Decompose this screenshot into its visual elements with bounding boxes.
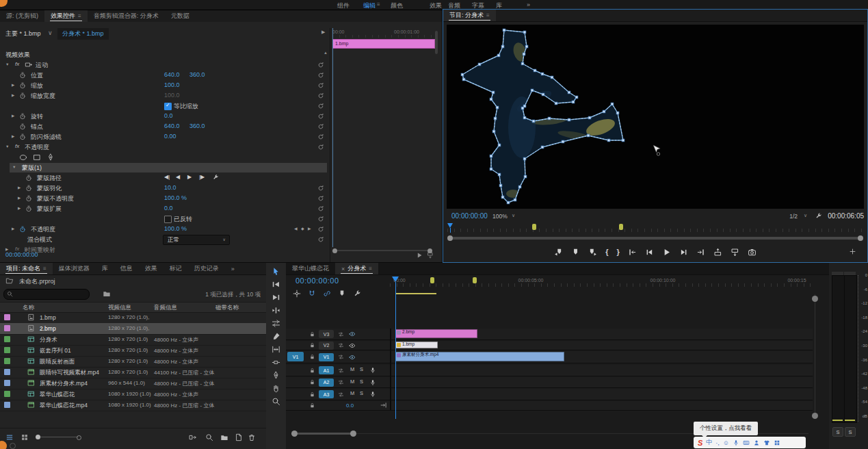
ec-clip-bar[interactable]: 1.bmp — [332, 39, 435, 49]
reset-icon[interactable] — [317, 236, 324, 243]
rolling-edit-tool[interactable] — [272, 306, 280, 315]
mask-vertex-handle[interactable] — [492, 91, 495, 94]
label-color-swatch[interactable] — [4, 336, 10, 342]
label-color-swatch[interactable] — [4, 347, 10, 353]
mute-button[interactable]: M — [350, 379, 354, 385]
property-value[interactable]: 360.0 — [189, 123, 205, 129]
reset-icon[interactable] — [317, 144, 324, 151]
item-name[interactable]: 眼睛特写视频素材.mp4 — [40, 369, 99, 377]
sequence-clip-label[interactable]: 分身术 * 1.bmp — [57, 28, 109, 40]
sync-lock-icon[interactable] — [338, 354, 344, 360]
mask-vertex-handle[interactable] — [562, 140, 564, 143]
timeline-view-toggle-icon[interactable]: ▶ — [321, 29, 325, 35]
list-view-button[interactable] — [5, 433, 14, 441]
new-bin-button[interactable] — [220, 433, 228, 441]
slide-tool[interactable] — [272, 358, 280, 367]
mask-vertex-handle[interactable] — [462, 78, 465, 81]
workspace-tab-4[interactable]: 效果 — [430, 1, 442, 10]
column-header[interactable]: 磁带名称 — [215, 304, 239, 312]
ec-current-timecode[interactable]: 00:00:00:00 — [5, 251, 38, 258]
track-badge-A2[interactable]: A2 — [319, 379, 334, 387]
twirl-closed-icon[interactable]: ▶ — [12, 227, 14, 231]
track-lane[interactable]: V21.bmp — [286, 341, 813, 350]
ec-tab-1[interactable]: 源: (无剪辑) — [0, 10, 44, 22]
item-name[interactable]: 分身术 — [40, 336, 57, 344]
column-header[interactable]: 视频信息 — [108, 304, 131, 312]
selection-tool[interactable] — [272, 267, 280, 276]
track-badge-V3[interactable]: V3 — [319, 330, 334, 338]
project-file-name[interactable]: 未命名.prproj — [19, 277, 55, 286]
go-to-next-marker-button[interactable] — [588, 248, 597, 257]
mask-vertex-handle[interactable] — [603, 110, 605, 113]
property-value[interactable]: 0.00 — [164, 133, 176, 140]
project-tab-5[interactable]: 效果 — [139, 263, 163, 274]
mask-vertex-handle[interactable] — [551, 76, 553, 79]
label-color-swatch[interactable] — [4, 391, 10, 397]
checkbox[interactable]: ✓ — [164, 103, 172, 110]
scroll-up-icon[interactable]: ▲ — [324, 51, 328, 55]
ec-tab-2[interactable]: 效果控件≡ — [44, 10, 88, 22]
stopwatch-icon[interactable] — [25, 205, 32, 212]
lock-icon[interactable] — [309, 379, 315, 385]
solo-button[interactable]: S — [360, 379, 363, 385]
reset-icon[interactable] — [317, 103, 324, 110]
twirl-open-icon[interactable]: ▼ — [12, 165, 16, 169]
project-tab-6[interactable]: 标记 — [163, 263, 188, 274]
project-item-row[interactable]: 嵌套序列 011280 x 720 (1.0)48000 Hz - 立体声 — [0, 345, 266, 357]
mask-vertex-handle[interactable] — [541, 73, 544, 75]
timeline-v-scrollbar[interactable] — [812, 290, 818, 419]
mask-vertex-handle[interactable] — [525, 45, 528, 48]
voice-over-record-icon[interactable] — [369, 367, 376, 374]
clear-button[interactable] — [248, 433, 256, 441]
ec-playhead[interactable] — [332, 28, 333, 247]
go-to-in-button[interactable] — [628, 248, 637, 257]
sequence-marker[interactable] — [619, 224, 623, 230]
play-icon[interactable] — [416, 252, 423, 259]
master-clip-label[interactable]: 主要 * 1.bmp — [5, 29, 41, 38]
reset-icon[interactable] — [317, 133, 324, 140]
hand-tool[interactable] — [272, 384, 280, 393]
go-to-previous-marker-button[interactable] — [554, 248, 563, 257]
mask-vertex-handle[interactable] — [494, 117, 497, 120]
project-tab-8[interactable]: » — [225, 263, 241, 274]
lift-button[interactable] — [713, 248, 722, 257]
item-name[interactable]: 眼睛反射画面 — [40, 358, 75, 366]
person-icon[interactable] — [753, 439, 760, 446]
item-name[interactable]: 2.bmp — [40, 325, 56, 332]
panel-menu-icon[interactable]: ≡ — [78, 13, 81, 19]
mask-vertex-handle[interactable] — [498, 173, 501, 176]
step-back-button[interactable] — [645, 248, 654, 257]
timeline-playhead[interactable] — [392, 277, 399, 420]
mask-vertex-handle[interactable] — [555, 102, 557, 105]
pen-mask-tool-icon[interactable] — [47, 153, 55, 162]
twirl-closed-icon[interactable]: ▶ — [12, 83, 14, 87]
play-button[interactable] — [662, 248, 671, 257]
label-color-swatch[interactable] — [4, 314, 10, 320]
reset-icon[interactable] — [317, 216, 324, 222]
sequence-marker[interactable] — [532, 224, 536, 230]
add-keyframe-icon[interactable]: ◆ — [301, 226, 304, 231]
workspace-tab-2[interactable]: 编辑 — [363, 1, 376, 10]
mask-vertex-handle[interactable] — [497, 54, 500, 57]
pm-zoom-select[interactable]: 100% — [492, 213, 508, 220]
icon-view-button[interactable] — [21, 433, 29, 441]
sync-lock-icon[interactable] — [338, 342, 344, 348]
label-color-swatch[interactable] — [4, 369, 10, 375]
project-item-row[interactable]: 翠华山蝶恋花1080 x 1920 (1.0)48000 Hz - 立体声 — [0, 389, 266, 400]
tracking-options-icon[interactable] — [212, 174, 219, 181]
mask-vertex-handle[interactable] — [496, 106, 499, 109]
label-color-swatch[interactable] — [4, 325, 10, 331]
punctuation-icon[interactable]: ·, — [715, 439, 720, 446]
item-name[interactable]: 1.bmp — [40, 314, 56, 321]
mask-vertex-handle[interactable] — [541, 146, 544, 149]
mask-vertex-handle[interactable] — [587, 134, 590, 137]
mask-vertex-handle[interactable] — [501, 45, 504, 48]
stopwatch-icon[interactable] — [19, 226, 26, 233]
rect-mask-tool-icon[interactable] — [33, 153, 41, 162]
stopwatch-icon[interactable] — [19, 82, 26, 89]
track-mask-forward-frame-icon[interactable]: |▶ — [199, 174, 205, 180]
property-value[interactable]: 10.0 — [164, 184, 176, 191]
twirl-open-icon[interactable]: ▼ — [5, 144, 9, 149]
mask-vertex-handle[interactable] — [523, 116, 526, 119]
mask-vertex-handle[interactable] — [568, 118, 570, 121]
